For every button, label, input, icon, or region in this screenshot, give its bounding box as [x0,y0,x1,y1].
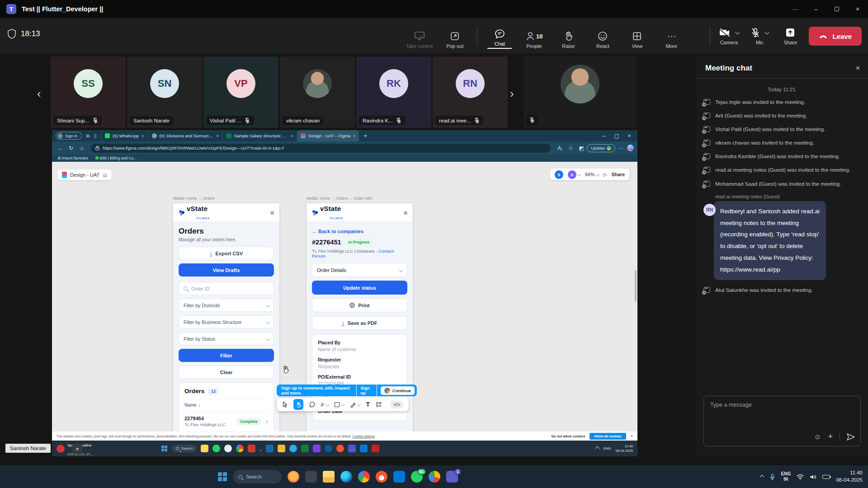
frame-tool-button[interactable]: # [321,401,328,408]
back-to-companies-link[interactable]: ← Back to companies [312,229,407,234]
collaborator-avatar[interactable]: S [555,170,563,179]
bookmark-item[interactable]: ⊞ Import favorites [57,156,88,160]
filter-business-structure-select[interactable]: Filter by Business Structure [179,315,274,328]
vertical-tabs-icon[interactable]: ⧉ [86,133,90,139]
browser-settings-dots-icon[interactable]: ··· [615,145,626,151]
new-tab-icon[interactable]: + [363,132,367,139]
row-chevron-icon[interactable]: › [266,418,268,426]
start-button[interactable] [218,472,227,481]
chat-message-input[interactable]: Type a message ☺ + [703,396,861,446]
browser-tab[interactable]: DC Divisions and Surroundings× [148,130,222,141]
shared-taskbar-icon[interactable] [360,445,368,452]
participant-tile[interactable]: vikram chavan [280,56,355,128]
chat-close-icon[interactable]: × [856,64,860,72]
frame-label[interactable]: Mobile: Home → Orders [173,196,215,201]
taskbar-search-box[interactable]: Search [233,470,282,483]
tab-close-icon[interactable]: × [142,134,144,138]
share-button[interactable]: Share [778,28,802,45]
shared-taskbar-icon[interactable] [278,445,285,452]
order-details-select[interactable]: Order Details [312,263,407,277]
minimize-button[interactable]: – [806,0,826,18]
comment-tool-icon[interactable] [309,401,315,408]
emoji-icon[interactable]: ☺ [814,433,821,441]
whatsapp-icon[interactable]: 81 [411,471,423,483]
zoom-select[interactable]: 94% [585,172,599,177]
google-continue-button[interactable]: Continue [381,386,415,395]
tab-close-icon[interactable]: × [291,134,293,138]
camera-options-chevron-icon[interactable] [736,30,740,35]
tray-chevron-icon[interactable] [760,474,764,479]
order-row[interactable]: 2279454 TL Flex Holdings LLC Complete › [184,411,268,431]
bookmark-item[interactable]: Bills | Billing and Co... [95,156,137,160]
browser-tab[interactable]: Sample Salary Structure with calc× [222,130,297,141]
tab-actions-icon[interactable]: ▯ [94,133,97,138]
raise-hand-button[interactable]: Raise [556,31,580,49]
chrome-profile-icon[interactable] [429,471,440,483]
hamburger-menu-icon[interactable]: ≡ [404,209,407,216]
scroll-left-chevron-icon[interactable]: ‹ [37,87,41,101]
participant-tile[interactable]: VP Vishal Patil ... [203,56,278,128]
browser-tab[interactable]: (6) WhatsApp× [101,130,147,141]
figma-frame-orders[interactable]: vStateFILINGS ≡ Orders Manage all your o… [173,203,279,432]
shared-taskbar-icon[interactable] [313,445,321,452]
chat-message[interactable]: RN Redberyl and Santosh added read.ai me… [703,201,860,280]
back-icon[interactable]: ← [55,145,66,151]
shared-taskbar-icon[interactable] [201,445,208,452]
browser-update-button[interactable]: Update [587,144,615,152]
settings-icon[interactable] [305,471,317,483]
shared-taskbar-icon[interactable] [224,445,232,452]
favorite-star-icon[interactable]: ☆ [565,145,576,151]
move-tool-icon[interactable] [282,401,288,408]
vscode-icon[interactable] [393,471,405,483]
people-button[interactable]: 10 People [522,31,546,49]
browser-maximize-icon[interactable]: ▢ [611,133,622,139]
shared-taskbar-icon[interactable] [248,445,255,452]
presenter-overlay-grid-icon[interactable]: + [72,444,82,454]
sign-up-button[interactable]: Sign up [356,384,377,397]
shared-tray-chevron-icon[interactable] [595,446,600,451]
attach-plus-icon[interactable]: + [828,432,833,441]
refresh-icon[interactable]: ↻ [66,145,76,151]
present-icon[interactable]: ▷ [604,172,607,177]
browser-minimize-icon[interactable]: – [599,133,609,139]
maximize-button[interactable] [826,0,847,18]
text-tool-button[interactable]: T [366,401,370,408]
deny-cookies-link[interactable]: Do not allow cookies [552,434,585,438]
shape-tool-button[interactable] [335,402,344,407]
participant-tile[interactable]: SN Santosh Narate [127,56,202,128]
view-drafts-button[interactable]: View Drafts [179,263,274,277]
chrome-icon[interactable] [358,471,370,483]
shared-tray-lang[interactable]: ENG [604,446,611,450]
react-button[interactable]: React [590,31,615,49]
browser-tab-active[interactable]: Design - UAT – Figma× [297,130,359,141]
participant-tile[interactable]: RK Ravindra K... [356,56,431,128]
order-id-search-input[interactable]: Order ID [179,282,274,295]
canvas-scrollbar[interactable] [635,270,637,302]
participant-tile[interactable]: RN read.ai mee... [433,56,508,128]
volume-icon[interactable] [810,474,816,480]
pages-icon[interactable]: ▤ [103,173,107,178]
spotlight-tile[interactable] [524,56,637,128]
filter-status-select[interactable]: Filter by Status [179,332,274,345]
hamburger-menu-icon[interactable]: ≡ [270,209,274,216]
pen-tool-button[interactable] [350,402,360,408]
shared-taskbar-icon[interactable] [301,445,309,452]
more-button[interactable]: ··· More [659,31,684,49]
language-indicator[interactable]: ENG [781,471,791,476]
update-status-button[interactable]: Update status [312,281,407,295]
tab-close-icon[interactable]: × [353,134,355,138]
chat-button[interactable]: Chat [487,29,512,49]
shared-taskbar-icon[interactable] [348,445,356,452]
shared-taskbar-icon[interactable] [289,445,297,452]
export-csv-button[interactable]: ↓Export CSV [179,247,274,260]
brave-icon[interactable] [376,471,387,483]
save-as-pdf-button[interactable]: ↓Save as PDF [312,316,407,330]
url-field[interactable]: https://www.figma.com/design/9BKQ0FOHRWa… [91,144,551,153]
figma-canvas[interactable]: Design - UAT ▤ S A 94% ▷ Share Mobile: H… [52,162,637,432]
shared-taskbar-icon[interactable] [212,445,220,452]
home-icon[interactable]: ⌂ [76,145,87,151]
tray-mic-icon[interactable] [769,473,775,481]
mic-options-chevron-icon[interactable] [765,30,769,35]
wifi-icon[interactable] [797,474,804,479]
shared-search-box[interactable]: Search [172,445,197,452]
